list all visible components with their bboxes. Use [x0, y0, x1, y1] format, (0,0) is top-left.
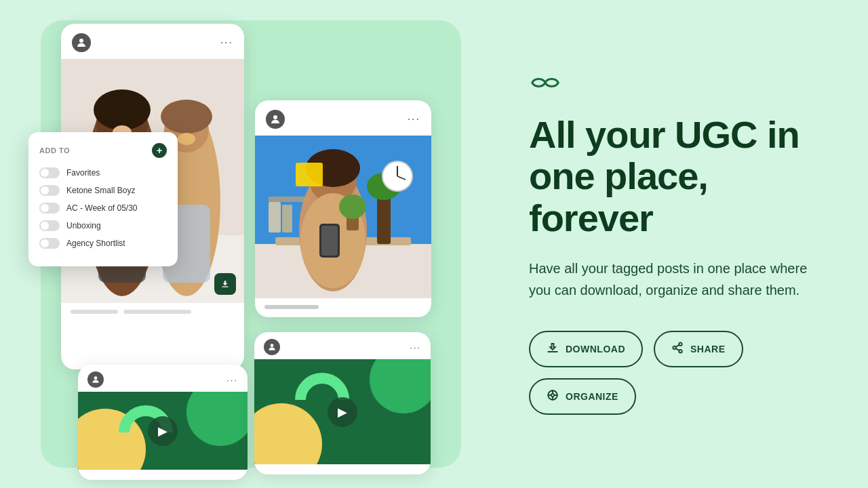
svg-point-8	[161, 100, 212, 134]
avatar-mid	[266, 110, 285, 129]
phone-mid-header: ···	[255, 100, 431, 136]
play-button-bl[interactable]: ▶	[148, 416, 178, 446]
svg-line-41	[675, 345, 679, 347]
phone-main-header: ···	[61, 24, 244, 59]
svg-rect-33	[269, 202, 281, 232]
toggle-1[interactable]	[39, 185, 60, 196]
add-to-popup: ADD TO + FavoritesKetone Small BoyzAC - …	[28, 132, 178, 266]
avatar-br	[264, 339, 280, 355]
toggle-label-1: Ketone Small Boyz	[66, 186, 135, 195]
toggle-label-0: Favorites	[66, 168, 100, 178]
more-options-mid-icon[interactable]: ···	[408, 113, 420, 125]
headline-line1: All your UGC in	[529, 113, 800, 156]
phone-mid-image	[255, 136, 431, 298]
right-panel: All your UGC in one place, forever Have …	[475, 0, 868, 488]
add-to-plus-button[interactable]: +	[152, 143, 167, 158]
toggle-row-2: AC - Week of 05/30	[39, 203, 167, 214]
more-options-icon[interactable]: ···	[220, 37, 233, 49]
svg-rect-32	[269, 197, 309, 202]
toggle-row-4: Agency Shortlist	[39, 238, 167, 249]
svg-rect-28	[321, 226, 338, 256]
phone-br-image: ▶	[254, 359, 431, 464]
subtext: Have all your tagged posts in one place …	[529, 258, 814, 301]
svg-rect-34	[282, 205, 292, 232]
toggle-4[interactable]	[39, 238, 60, 249]
download-cta-button[interactable]: DOWNLOAD	[529, 331, 643, 367]
phone-mid: ···	[255, 100, 431, 317]
svg-line-40	[675, 349, 679, 351]
brand-icon	[529, 73, 827, 92]
organize-cta-button[interactable]: ORGANIZE	[529, 378, 636, 415]
footer-bar-mid	[264, 305, 319, 309]
toggle-label-2: AC - Week of 05/30	[66, 203, 138, 213]
headline-line2: one place, forever	[529, 155, 708, 239]
toggle-label-4: Agency Shortlist	[66, 239, 125, 248]
cta-buttons: DOWNLOAD SHARE O	[529, 331, 827, 415]
phone-main-footer	[61, 303, 244, 321]
toggle-row-0: Favorites	[39, 167, 167, 178]
svg-point-5	[94, 89, 151, 130]
more-options-br-icon[interactable]: ···	[410, 342, 421, 352]
share-cta-icon	[671, 342, 684, 357]
svg-point-35	[94, 376, 98, 380]
toggle-3[interactable]	[39, 220, 60, 231]
toggle-label-3: Unboxing	[66, 221, 101, 230]
phone-mid-footer	[255, 298, 431, 316]
svg-point-12	[178, 133, 195, 145]
svg-point-14	[273, 115, 277, 119]
left-panel: ···	[0, 0, 475, 488]
footer-bar-2	[123, 310, 191, 314]
phone-br-header: ···	[254, 332, 431, 359]
add-to-title: ADD TO	[39, 146, 70, 155]
svg-rect-31	[296, 163, 323, 186]
footer-bar-1	[71, 310, 118, 314]
phone-br: ··· ▶	[254, 332, 431, 474]
toggle-row-1: Ketone Small Boyz	[39, 185, 167, 196]
share-cta-button[interactable]: SHARE	[654, 331, 743, 367]
svg-point-36	[271, 344, 274, 347]
headline: All your UGC in one place, forever	[529, 114, 827, 239]
toggle-2[interactable]	[39, 203, 60, 214]
svg-point-30	[339, 195, 366, 219]
phone-bl: ··· ▶	[78, 365, 248, 480]
download-cta-icon	[547, 342, 559, 357]
toggle-list: FavoritesKetone Small BoyzAC - Week of 0…	[39, 167, 167, 249]
more-options-bl-icon[interactable]: ···	[226, 375, 238, 385]
download-button[interactable]	[214, 273, 236, 295]
play-button-br[interactable]: ▶	[328, 397, 357, 427]
organize-cta-icon	[547, 389, 559, 404]
svg-rect-13	[222, 287, 228, 287]
add-to-header: ADD TO +	[39, 143, 167, 158]
avatar	[72, 33, 91, 52]
toggle-row-3: Unboxing	[39, 220, 167, 231]
svg-point-0	[79, 39, 83, 43]
avatar-bl	[87, 371, 104, 388]
toggle-0[interactable]	[39, 167, 60, 178]
phone-bl-header: ···	[78, 365, 248, 392]
phone-bl-image: ▶	[78, 392, 248, 470]
